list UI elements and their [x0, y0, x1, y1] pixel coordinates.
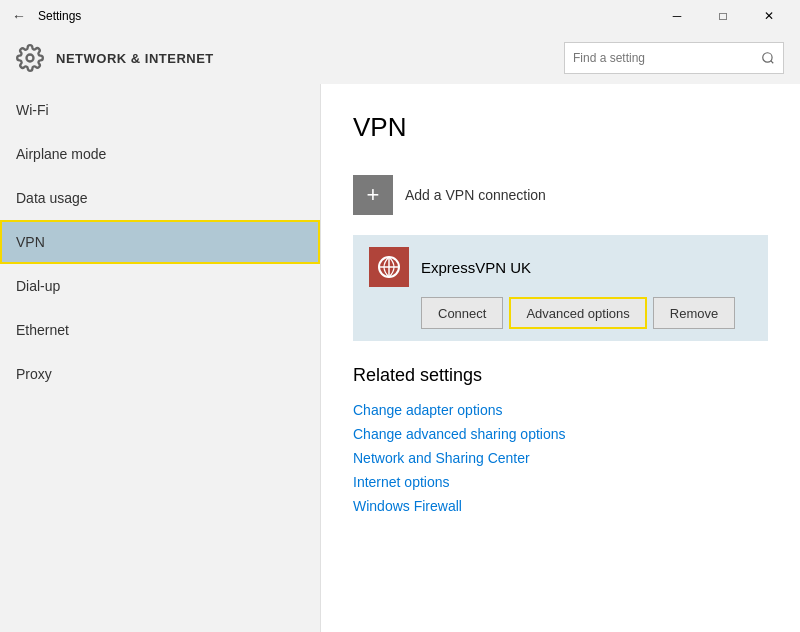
sidebar-item-airplane[interactable]: Airplane mode [0, 132, 320, 176]
minimize-button[interactable]: ─ [654, 0, 700, 32]
title-bar: ← Settings ─ □ ✕ [0, 0, 800, 32]
maximize-button[interactable]: □ [700, 0, 746, 32]
related-link-sharing[interactable]: Change advanced sharing options [353, 422, 768, 446]
expressvpn-icon [376, 254, 402, 280]
vpn-entry-top: ExpressVPN UK [369, 247, 752, 287]
vpn-entry: ExpressVPN UK Connect Advanced options R… [353, 235, 768, 341]
add-vpn-label: Add a VPN connection [405, 187, 546, 203]
vpn-name: ExpressVPN UK [421, 259, 531, 276]
expressvpn-logo [369, 247, 409, 287]
plus-icon: + [367, 182, 380, 208]
search-icon [761, 51, 775, 65]
sidebar-item-wifi[interactable]: Wi-Fi [0, 88, 320, 132]
sidebar-item-datausage[interactable]: Data usage [0, 176, 320, 220]
title-bar-left: ← Settings [8, 4, 81, 28]
close-button[interactable]: ✕ [746, 0, 792, 32]
back-button[interactable]: ← [8, 4, 30, 28]
svg-point-0 [27, 55, 34, 62]
search-input[interactable] [565, 43, 753, 73]
related-link-firewall[interactable]: Windows Firewall [353, 494, 768, 518]
add-vpn-row[interactable]: + Add a VPN connection [353, 163, 768, 227]
advanced-options-button[interactable]: Advanced options [509, 297, 646, 329]
add-icon-box: + [353, 175, 393, 215]
search-button[interactable] [753, 43, 783, 73]
related-link-internet-options[interactable]: Internet options [353, 470, 768, 494]
app-header-left: NETWORK & INTERNET [16, 44, 214, 72]
window-title: Settings [38, 9, 81, 23]
sidebar-item-proxy[interactable]: Proxy [0, 352, 320, 396]
related-link-network-center[interactable]: Network and Sharing Center [353, 446, 768, 470]
window-controls: ─ □ ✕ [654, 0, 792, 32]
sidebar-item-ethernet[interactable]: Ethernet [0, 308, 320, 352]
vpn-action-buttons: Connect Advanced options Remove [369, 297, 752, 329]
remove-button[interactable]: Remove [653, 297, 735, 329]
content-area: VPN + Add a VPN connection [320, 84, 800, 632]
related-settings-title: Related settings [353, 365, 768, 386]
svg-point-1 [763, 53, 772, 62]
page-title: VPN [353, 112, 768, 143]
sidebar-item-vpn[interactable]: VPN [0, 220, 320, 264]
app-title: NETWORK & INTERNET [56, 51, 214, 66]
gear-icon [16, 44, 44, 72]
svg-line-2 [771, 61, 774, 64]
search-box [564, 42, 784, 74]
sidebar: Wi-Fi Airplane mode Data usage VPN Dial-… [0, 84, 320, 632]
main-layout: Wi-Fi Airplane mode Data usage VPN Dial-… [0, 84, 800, 632]
app-header: NETWORK & INTERNET [0, 32, 800, 84]
related-link-adapter[interactable]: Change adapter options [353, 398, 768, 422]
sidebar-item-dialup[interactable]: Dial-up [0, 264, 320, 308]
connect-button[interactable]: Connect [421, 297, 503, 329]
